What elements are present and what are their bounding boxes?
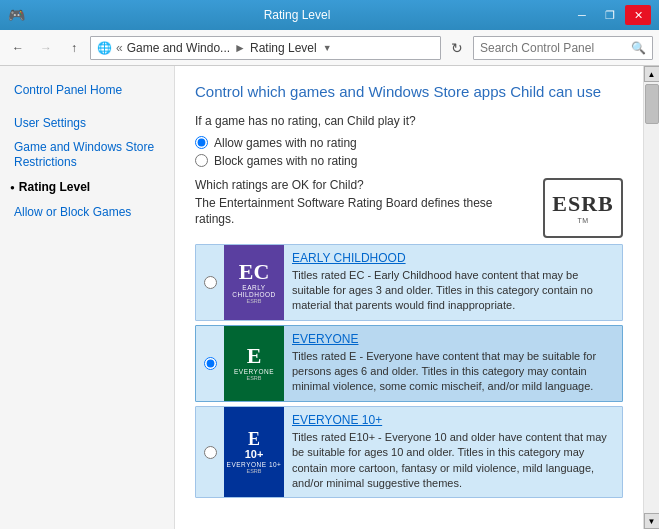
minimize-button[interactable]: ─ xyxy=(569,5,595,25)
breadcrumb-dropdown-icon[interactable]: ▼ xyxy=(323,43,332,53)
allow-no-rating-label: Allow games with no rating xyxy=(214,136,357,150)
window-title: Rating Level xyxy=(25,8,569,22)
rating-badge-e: E EVERYONE ESRB xyxy=(224,326,284,401)
up-button[interactable]: ↑ xyxy=(62,36,86,60)
rating-name-e10[interactable]: EVERYONE 10+ xyxy=(292,413,614,427)
breadcrumb-sep: « xyxy=(116,41,123,55)
sidebar-item-user-settings[interactable]: User Settings xyxy=(0,111,174,136)
breadcrumb-icon: 🌐 xyxy=(97,41,112,55)
badge-label-e: EVERYONE xyxy=(234,368,274,375)
rating-info-e: EVERYONE Titles rated E - Everyone have … xyxy=(284,326,622,401)
sidebar-section: User Settings Game and Windows Store Res… xyxy=(0,111,174,225)
close-button[interactable]: ✕ xyxy=(625,5,651,25)
rating-radio-col-ec xyxy=(196,245,224,320)
rating-desc-ec: Titles rated EC - Early Childhood have c… xyxy=(292,268,614,314)
rating-badge-ec: EC EARLY CHILDHOOD ESRB xyxy=(224,245,284,320)
rating-radio-e[interactable] xyxy=(204,357,217,370)
window-icon: 🎮 xyxy=(8,7,25,23)
allow-no-rating-radio[interactable] xyxy=(195,136,208,149)
ratings-header: Which ratings are OK for Child? The Ente… xyxy=(195,178,623,238)
rating-info-ec: EARLY CHILDHOOD Titles rated EC - Early … xyxy=(284,245,622,320)
scroll-down-button[interactable]: ▼ xyxy=(644,513,660,529)
breadcrumb-parent[interactable]: Game and Windo... xyxy=(127,41,230,55)
rating-name-ec[interactable]: EARLY CHILDHOOD xyxy=(292,251,614,265)
block-no-rating-radio[interactable] xyxy=(195,154,208,167)
badge-sublabel-e10: ESRB xyxy=(247,468,262,474)
rating-radio-ec[interactable] xyxy=(204,276,217,289)
refresh-button[interactable]: ↻ xyxy=(445,36,469,60)
rating-badge-e10: E 10+ EVERYONE 10+ ESRB xyxy=(224,407,284,498)
esrb-logo-text: ESRB xyxy=(552,191,613,217)
main-layout: Control Panel Home User Settings Game an… xyxy=(0,66,659,529)
rating-radio-col-e xyxy=(196,326,224,401)
forward-button[interactable]: → xyxy=(34,36,58,60)
sidebar: Control Panel Home User Settings Game an… xyxy=(0,66,175,529)
breadcrumb-current: Rating Level xyxy=(250,41,317,55)
content-area: Control which games and Windows Store ap… xyxy=(175,66,643,529)
ratings-section: Which ratings are OK for Child? The Ente… xyxy=(195,178,623,499)
search-input[interactable] xyxy=(480,41,631,55)
allow-no-rating-option[interactable]: Allow games with no rating xyxy=(195,136,623,150)
search-box[interactable]: 🔍 xyxy=(473,36,653,60)
back-button[interactable]: ← xyxy=(6,36,30,60)
sidebar-item-rating-level: Rating Level xyxy=(0,175,174,200)
no-rating-question: If a game has no rating, can Child play … xyxy=(195,114,623,128)
which-ratings-label: Which ratings are OK for Child? xyxy=(195,178,533,192)
sidebar-item-game-restrictions[interactable]: Game and Windows Store Restrictions xyxy=(0,136,174,175)
scroll-thumb[interactable] xyxy=(645,84,659,124)
esrb-logo: ESRB TM xyxy=(543,178,623,238)
block-no-rating-option[interactable]: Block games with no rating xyxy=(195,154,623,168)
window-controls: ─ ❐ ✕ xyxy=(569,5,651,25)
search-icon[interactable]: 🔍 xyxy=(631,41,646,55)
rating-card-ec: EC EARLY CHILDHOOD ESRB EARLY CHILDHOOD … xyxy=(195,244,623,321)
badge-label-e10: EVERYONE 10+ xyxy=(227,461,282,468)
scroll-track xyxy=(645,84,659,511)
badge-sublabel-e: ESRB xyxy=(247,375,262,381)
rating-radio-col-e10 xyxy=(196,407,224,498)
rating-info-e10: EVERYONE 10+ Titles rated E10+ - Everyon… xyxy=(284,407,622,498)
no-rating-radio-group: Allow games with no rating Block games w… xyxy=(195,136,623,168)
badge-10plus: 10+ xyxy=(245,448,264,460)
badge-letter-e10: E xyxy=(248,430,260,448)
rating-radio-e10[interactable] xyxy=(204,446,217,459)
breadcrumb-arrow: ► xyxy=(234,41,246,55)
badge-sublabel-ec: ESRB xyxy=(247,298,262,304)
sidebar-item-home[interactable]: Control Panel Home xyxy=(0,78,174,103)
restore-button[interactable]: ❐ xyxy=(597,5,623,25)
rating-name-e[interactable]: EVERYONE xyxy=(292,332,614,346)
badge-label-ec: EARLY CHILDHOOD xyxy=(226,284,282,298)
breadcrumb[interactable]: 🌐 « Game and Windo... ► Rating Level ▼ xyxy=(90,36,441,60)
scrollbar[interactable]: ▲ ▼ xyxy=(643,66,659,529)
badge-letter-e: E xyxy=(247,345,262,367)
rating-card-e: E EVERYONE ESRB EVERYONE Titles rated E … xyxy=(195,325,623,402)
address-bar: ← → ↑ 🌐 « Game and Windo... ► Rating Lev… xyxy=(0,30,659,66)
ratings-description: Which ratings are OK for Child? The Ente… xyxy=(195,178,533,229)
rating-card-e10: E 10+ EVERYONE 10+ ESRB EVERYONE 10+ Tit… xyxy=(195,406,623,499)
sidebar-item-allow-block[interactable]: Allow or Block Games xyxy=(0,200,174,225)
page-title: Control which games and Windows Store ap… xyxy=(195,82,623,102)
block-no-rating-label: Block games with no rating xyxy=(214,154,357,168)
scroll-up-button[interactable]: ▲ xyxy=(644,66,660,82)
rating-desc-e10: Titles rated E10+ - Everyone 10 and olde… xyxy=(292,430,614,492)
rating-desc-e: Titles rated E - Everyone have content t… xyxy=(292,349,614,395)
badge-letter-ec: EC xyxy=(239,261,270,283)
title-bar: 🎮 Rating Level ─ ❐ ✕ xyxy=(0,0,659,30)
esrb-desc: The Entertainment Software Rating Board … xyxy=(195,195,533,229)
esrb-logo-sub: TM xyxy=(577,217,588,224)
